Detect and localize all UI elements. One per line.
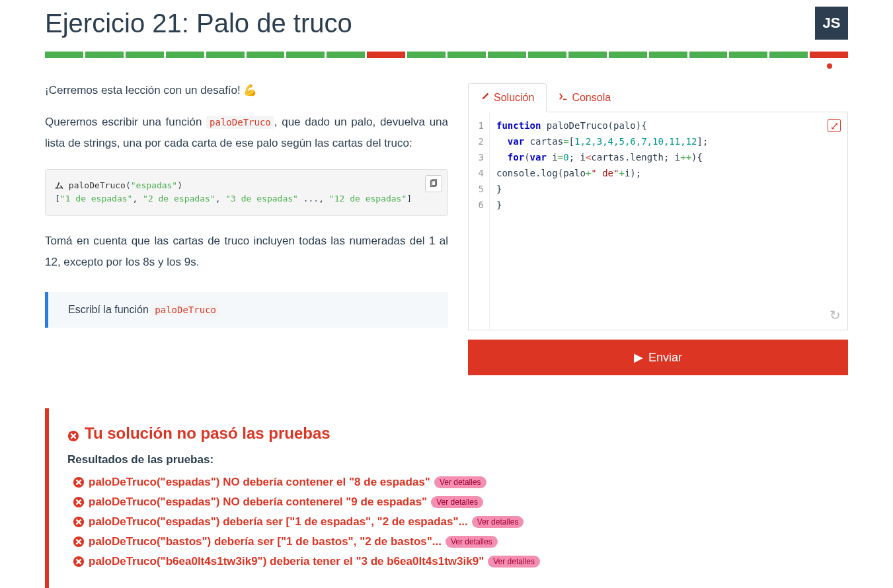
language-badge: JS xyxy=(815,7,848,40)
details-button[interactable]: Ver detalles xyxy=(431,496,483,508)
fail-icon xyxy=(73,496,85,508)
intro-text: ¡Cerremos esta lección con un desafío! 💪 xyxy=(45,83,448,97)
fail-icon xyxy=(73,516,85,528)
test-text: paloDeTruco("b6ea0lt4s1tw3ik9") deberia … xyxy=(89,555,484,568)
progress-segment[interactable] xyxy=(689,52,728,58)
test-result-item: paloDeTruco("espadas") NO debería conten… xyxy=(67,496,830,509)
progress-segment[interactable] xyxy=(206,52,245,58)
note-text: Tomá en cuenta que las cartas de truco i… xyxy=(45,231,448,274)
progress-segment[interactable] xyxy=(367,52,405,58)
fail-icon xyxy=(73,556,85,568)
code-example: ム paloDeTruco("espadas") ["1 de espadas"… xyxy=(45,169,448,217)
task-instruction: Escribí la función paloDeTruco xyxy=(45,292,448,328)
play-icon: ▶ xyxy=(634,350,643,365)
test-text: paloDeTruco("espadas") debería ser ["1 d… xyxy=(89,515,468,529)
progress-segment[interactable] xyxy=(729,52,767,58)
progress-segment[interactable] xyxy=(649,52,687,58)
test-result-item: paloDeTruco("espadas") NO debería conten… xyxy=(67,476,830,489)
test-results: Tu solución no pasó las pruebas Resultad… xyxy=(45,408,848,588)
progress-current-dot xyxy=(827,63,832,69)
test-text: paloDeTruco("espadas") NO debería conten… xyxy=(89,476,430,489)
progress-segment[interactable] xyxy=(810,52,848,58)
inline-code: paloDeTruco xyxy=(151,303,219,316)
description-text: Queremos escribir una función paloDeTruc… xyxy=(45,112,448,155)
progress-segment[interactable] xyxy=(488,52,526,58)
details-button[interactable]: Ver detalles xyxy=(434,476,486,488)
tab-solution[interactable]: Solución xyxy=(468,83,547,112)
fail-icon xyxy=(73,476,85,488)
progress-segment[interactable] xyxy=(286,52,325,58)
test-text: paloDeTruco("bastos") debería ser ["1 de… xyxy=(89,535,442,548)
progress-bar xyxy=(45,52,848,58)
progress-segment[interactable] xyxy=(609,52,647,58)
details-button[interactable]: Ver detalles xyxy=(488,556,540,568)
progress-segment[interactable] xyxy=(45,52,83,58)
tab-console[interactable]: Consola xyxy=(547,83,623,112)
code-area[interactable]: function paloDeTruco(palo){ var cartas=[… xyxy=(490,112,847,330)
progress-segment[interactable] xyxy=(769,52,808,58)
progress-segment[interactable] xyxy=(327,52,365,58)
pencil-icon xyxy=(481,92,490,104)
progress-segment[interactable] xyxy=(568,52,607,58)
prompt-icon: ム xyxy=(55,180,69,190)
code-editor[interactable]: ⤢ ↻ 123456 function paloDeTruco(palo){ v… xyxy=(468,112,848,330)
inline-code: paloDeTruco xyxy=(206,116,274,129)
line-gutter: 123456 xyxy=(469,112,490,330)
progress-segment[interactable] xyxy=(126,52,164,58)
test-text: paloDeTruco("espadas") NO debería conten… xyxy=(89,496,427,509)
editor-tabs: Solución Consola xyxy=(468,83,848,112)
details-button[interactable]: Ver detalles xyxy=(472,516,524,528)
test-result-item: paloDeTruco("b6ea0lt4s1tw3ik9") deberia … xyxy=(67,555,830,568)
expand-icon[interactable]: ⤢ xyxy=(828,119,841,132)
progress-segment[interactable] xyxy=(528,52,566,58)
console-icon xyxy=(559,92,568,104)
reset-icon[interactable]: ↻ xyxy=(830,307,841,323)
test-result-item: paloDeTruco("bastos") debería ser ["1 de… xyxy=(67,535,830,548)
submit-button[interactable]: ▶ Enviar xyxy=(468,340,848,375)
progress-segment[interactable] xyxy=(407,52,446,58)
progress-segment[interactable] xyxy=(447,52,486,58)
fail-icon xyxy=(73,536,85,548)
progress-segment[interactable] xyxy=(247,52,285,58)
results-subtitle: Resultados de las pruebas: xyxy=(67,453,830,466)
progress-segment[interactable] xyxy=(85,52,124,58)
progress-segment[interactable] xyxy=(166,52,204,58)
details-button[interactable]: Ver detalles xyxy=(446,536,498,548)
copy-button[interactable] xyxy=(425,175,442,192)
test-result-item: paloDeTruco("espadas") debería ser ["1 d… xyxy=(67,515,830,529)
fail-icon xyxy=(67,427,79,439)
page-title: Ejercicio 21: Palo de truco xyxy=(45,9,352,38)
